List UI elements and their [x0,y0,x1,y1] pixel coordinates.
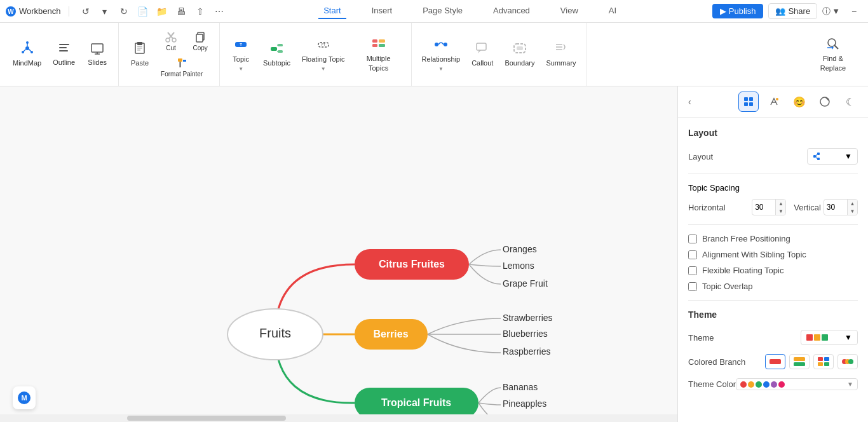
publish-button[interactable]: ▶ Publish [712,4,764,18]
summary-button[interactable]: Summary [541,38,581,70]
mindmap-view-button[interactable]: MindMap [8,38,46,70]
svg-rect-81 [813,155,816,158]
topic-overlap-checkbox[interactable] [688,282,697,291]
publish-label: Publish [729,6,756,16]
branch-free-checkbox[interactable] [688,235,697,243]
canvas-logo: M [13,386,36,409]
file-button[interactable]: 📄 [134,3,152,20]
svg-rect-89 [818,357,823,361]
tab-page-style[interactable]: Page Style [417,3,468,19]
relationship-label: Relationship [422,55,461,64]
theme-color-bar[interactable]: ▼ [736,378,858,390]
tab-start[interactable]: Start [318,3,346,19]
vertical-input[interactable]: 30 ▲ ▼ [824,199,858,215]
panel-tab-dark[interactable]: ☾ [840,92,860,112]
layout-select[interactable]: ▼ [807,148,858,165]
theme-select[interactable]: ▼ [801,330,858,345]
minimize-button[interactable]: − [845,3,863,20]
svg-rect-41 [379,39,385,43]
svg-rect-83 [817,158,820,160]
branch-opt-2[interactable] [789,354,810,369]
redo-button[interactable]: ↻ [115,3,133,20]
svg-line-7 [24,50,26,52]
svg-rect-27 [178,58,182,62]
svg-text:Lemons: Lemons [503,261,534,271]
find-replace-button[interactable]: Find & Replace [806,34,860,75]
slides-view-button[interactable]: Slides [81,39,113,69]
svg-point-95 [848,359,853,364]
boundary-label: Boundary [505,58,534,67]
layout-select-icon [813,151,823,161]
panel-tab-layout[interactable] [738,92,759,112]
copy-button[interactable]: Copy [186,29,214,54]
floating-topic-button[interactable]: FT Floating Topic ▼ [297,34,350,74]
svg-rect-11 [59,50,68,51]
flexible-floating-checkbox[interactable] [688,266,697,275]
undo-dropdown[interactable]: ▾ [96,3,114,20]
multiple-topics-label: Multiple Topics [356,54,401,72]
horizontal-value[interactable]: 30 [752,201,775,214]
topic-button[interactable]: T Topic ▼ [225,34,257,74]
outline-view-button[interactable]: Outline [48,39,80,69]
vertical-value[interactable]: 30 [824,201,847,214]
titlebar: W Workbench ↺ ▾ ↻ 📄 📁 🖶 ⇧ ⋯ Start Insert… [0,0,868,23]
horizontal-down[interactable]: ▼ [775,207,785,215]
main-content: Fruits Citrus Fruites Berries Tropical F… [0,86,868,422]
theme-field-label: Theme [688,333,714,343]
share-button[interactable]: 👥 Share [768,3,817,19]
alignment-sibling-checkbox[interactable] [688,250,697,259]
branch-opt-3[interactable] [813,354,834,369]
tab-insert[interactable]: Insert [367,3,398,19]
branch-opt-4[interactable] [837,354,858,369]
logo-watermark-icon: M [17,391,31,405]
boundary-button[interactable]: Boundary [499,38,539,70]
subtopic-button[interactable]: Subtopic [258,38,295,70]
svg-rect-78 [749,102,753,106]
cut-copy-format-group: Cut Copy Format Paint [157,29,214,80]
print-button[interactable]: 🖶 [172,3,190,20]
callout-button[interactable]: Callout [466,38,498,70]
multiple-topics-icon [371,36,386,51]
slides-label: Slides [88,58,107,67]
svg-text:Oranges: Oranges [503,244,537,254]
paste-label: Paste [131,58,149,67]
export-button[interactable]: ⇧ [191,3,209,20]
canvas-scrollbar[interactable] [0,414,677,422]
branch-opt-1[interactable] [765,354,785,369]
svg-rect-92 [824,362,829,366]
multiple-topics-button[interactable]: Multiple Topics [351,34,406,75]
flexible-floating-row: Flexible Floating Topic [688,266,858,275]
cut-button[interactable]: Cut [157,29,185,54]
svg-rect-87 [794,357,805,361]
panel-tab-ai[interactable] [764,92,784,112]
svg-point-24 [172,38,176,42]
svg-rect-9 [59,44,69,45]
undo-button[interactable]: ↺ [77,3,95,20]
tab-view[interactable]: View [555,3,583,19]
horizontal-input[interactable]: 30 ▲ ▼ [752,199,786,215]
svg-point-44 [444,43,447,46]
folder-button[interactable]: 📁 [153,3,171,20]
paste-button[interactable]: Paste [124,38,156,70]
canvas[interactable]: Fruits Citrus Fruites Berries Tropical F… [0,86,677,422]
panel-tab-emoji[interactable]: 😊 [789,92,810,112]
callout-label: Callout [471,58,493,67]
insert-group: Relationship ▼ Callout Boundary [412,23,587,86]
branch-opt-3-icon [817,357,830,367]
panel-tab-style[interactable] [815,92,835,112]
horizontal-up[interactable]: ▲ [775,200,785,207]
relationship-button[interactable]: Relationship ▼ [417,34,466,74]
panel-collapse-button[interactable]: ‹ [686,94,694,109]
tab-ai[interactable]: AI [604,3,621,19]
cut-label: Cut [166,44,176,51]
svg-rect-82 [817,153,820,155]
theme-preview-red [806,334,813,341]
scrollbar-thumb[interactable] [127,416,286,421]
format-painter-button[interactable]: Format Painter [157,55,207,80]
more-button[interactable]: ⋯ [210,3,228,20]
help-button[interactable]: ⓘ▼ [822,6,840,17]
tab-advanced[interactable]: Advanced [488,3,535,19]
vertical-up[interactable]: ▲ [847,200,857,207]
vertical-down[interactable]: ▼ [847,207,857,215]
branch-opt-2-icon [793,357,806,367]
